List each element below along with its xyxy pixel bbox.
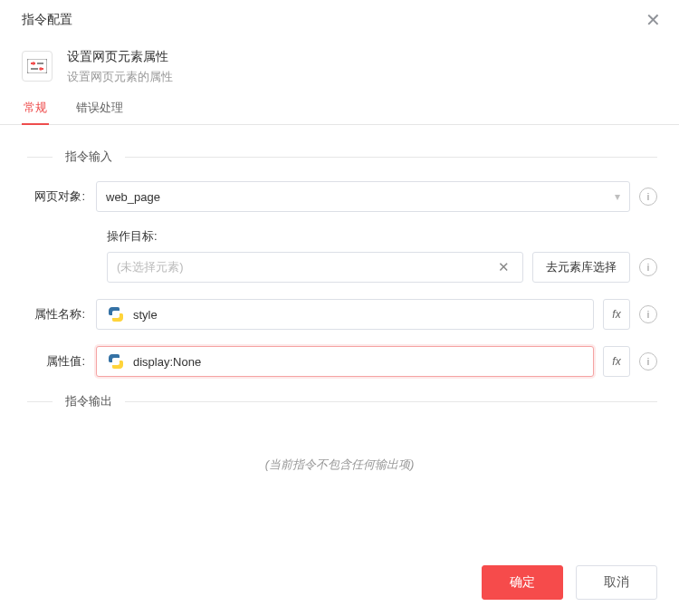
svg-rect-0 (27, 59, 47, 73)
tab-general[interactable]: 常规 (22, 100, 49, 125)
cancel-button[interactable]: 取消 (576, 565, 657, 600)
webpage-select-value: web_page (106, 190, 160, 204)
target-label: 操作目标: (107, 228, 657, 245)
svg-point-2 (32, 62, 35, 65)
dialog: 指令配置 ✕ 设置网页元素属性 设置网页元素的属性 常规 错误处理 指令输入 (0, 0, 679, 616)
attr-value-value: display:None (133, 355, 201, 369)
ok-button[interactable]: 确定 (482, 565, 563, 600)
output-empty-text: (当前指令不包含任何输出项) (22, 426, 657, 487)
fx-button[interactable]: fx (603, 299, 630, 330)
chevron-down-icon: ▾ (615, 190, 620, 203)
svg-point-6 (39, 67, 43, 71)
dialog-footer: 确定 取消 (0, 553, 679, 616)
command-icon (22, 51, 53, 82)
python-icon (106, 306, 126, 322)
attr-name-input[interactable]: style (96, 299, 594, 330)
row-attr-value: 属性值: display:None fx i (22, 346, 657, 377)
tab-errors[interactable]: 错误处理 (74, 100, 125, 124)
fx-button[interactable]: fx (603, 346, 630, 377)
intro-block: 设置网页元素属性 设置网页元素的属性 (0, 36, 679, 100)
pick-element-button[interactable]: 去元素库选择 (532, 252, 630, 283)
row-webpage: 网页对象: web_page ▾ i (22, 181, 657, 212)
info-icon[interactable]: i (639, 258, 657, 276)
attr-value-input[interactable]: display:None (96, 346, 594, 377)
row-attr-name: 属性名称: style fx i (22, 299, 657, 330)
target-placeholder: (未选择元素) (117, 259, 184, 275)
dialog-header: 指令配置 ✕ (0, 0, 679, 36)
attr-name-label: 属性名称: (22, 306, 96, 322)
section-output-title: 指令输出 (22, 393, 657, 409)
webpage-label: 网页对象: (22, 188, 96, 205)
tab-panel-general: 指令输入 网页对象: web_page ▾ i 操作目标: (未选择元素) ✕ … (0, 125, 679, 495)
row-target: 操作目标: (未选择元素) ✕ 去元素库选择 i (107, 228, 657, 283)
attr-name-value: style (133, 308, 158, 322)
intro-title: 设置网页元素属性 (67, 49, 173, 65)
info-icon[interactable]: i (639, 352, 657, 371)
target-input[interactable]: (未选择元素) ✕ (107, 252, 523, 283)
attr-value-label: 属性值: (22, 353, 96, 370)
info-icon[interactable]: i (639, 188, 657, 206)
intro-subtitle: 设置网页元素的属性 (67, 69, 173, 85)
webpage-select[interactable]: web_page ▾ (96, 181, 630, 212)
python-icon (106, 353, 126, 370)
close-icon[interactable]: ✕ (646, 11, 661, 29)
info-icon[interactable]: i (639, 305, 657, 323)
dialog-title: 指令配置 (22, 12, 72, 28)
section-input-title: 指令输入 (22, 149, 657, 165)
clear-icon[interactable]: ✕ (494, 259, 513, 275)
tabs: 常规 错误处理 (0, 100, 679, 125)
